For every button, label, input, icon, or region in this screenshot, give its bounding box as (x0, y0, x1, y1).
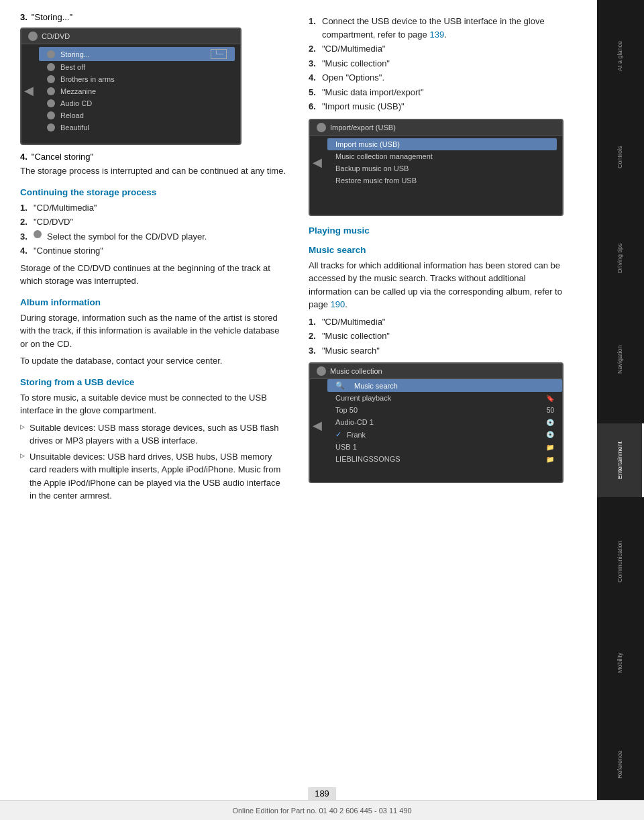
menu-item-beautiful: Beautiful (39, 121, 235, 134)
music-collection-header-text: Music collection (330, 367, 382, 375)
mc-item-lieblings-value: 📁 (546, 456, 554, 463)
storing-usb-heading: Storing from a USB device (20, 377, 288, 387)
music-collection-icon (317, 366, 326, 376)
connect-step-4: 4. Open "Options". (309, 71, 564, 85)
music-search-step-1: 1. "CD/Multimedia" (309, 315, 564, 329)
mc-item-frank: ✓ Frank 💿 (327, 428, 562, 441)
usb-header-text: Import/export (USB) (330, 123, 396, 132)
mc-item-audiocd-value: 💿 (546, 419, 554, 426)
continuing-description: Storage of the CD/DVD continues at the b… (20, 262, 288, 288)
page-number: 189 (308, 787, 336, 800)
step-3-number: 3. (20, 12, 28, 22)
connect-step-5: 5. "Music data import/export" (309, 86, 564, 99)
mc-item-current: Current playback 🔖 (327, 392, 562, 404)
main-content: 3. "Storing..." CD/DVD ◀ Storing... (0, 0, 597, 820)
usb-screen-body: ◀ Import music (USB) Music collection ma… (310, 136, 562, 189)
sidebar-tabs: At a glance Controls Driving tips Naviga… (597, 5, 644, 815)
sidebar-tab-controls[interactable]: Controls (597, 120, 644, 194)
menu-item-icon-6 (47, 111, 55, 119)
continuing-step-2: 2. "CD/DVD" (20, 215, 288, 229)
right-column: 1. Connect the USB device to the USB int… (302, 12, 564, 793)
sidebar-tab-entertainment[interactable]: Entertainment (597, 423, 644, 497)
sidebar-tab-label-mobility: Mobility (616, 653, 623, 674)
step-4-container: 4. "Cancel storing" (20, 152, 288, 162)
menu-item-audiocd: Audio CD (39, 97, 235, 109)
menu-item-icon-2 (47, 63, 55, 71)
menu-item-icon-5 (47, 99, 55, 107)
continuing-steps-list: 1. "CD/Multimedia" 2. "CD/DVD" 3. Select… (20, 201, 288, 258)
menu-item-bestoff: Best off (39, 61, 235, 73)
usb-screenshot: Import/export (USB) ◀ Import music (USB)… (309, 119, 564, 216)
continuing-step-4: 4. "Continue storing" (20, 244, 288, 258)
suitable-devices: Suitable devices: USB mass storage devic… (20, 421, 288, 448)
page-container: 3. "Storing..." CD/DVD ◀ Storing... (0, 0, 644, 820)
symbol-icon (34, 230, 42, 238)
sidebar-tab-communication[interactable]: Communication (597, 525, 644, 599)
connect-steps-list: 1. Connect the USB device to the USB int… (309, 15, 564, 113)
usb-menu-item-import: Import music (USB) (327, 138, 557, 150)
page-139-link[interactable]: 139 (429, 30, 444, 40)
devices-list: Suitable devices: USB mass storage devic… (20, 421, 288, 503)
mc-item-top50: Top 50 50 (327, 404, 562, 416)
sidebar-tab-label-reference: Reference (616, 750, 623, 778)
sidebar-tab-label-driving-tips: Driving tips (616, 244, 623, 274)
menu-item-mezzanine: Mezzanine (39, 85, 235, 97)
page-190-link[interactable]: 190 (331, 299, 345, 309)
album-update: To update the database, contact your ser… (20, 354, 288, 368)
usb-left-arrow-icon: ◀ (313, 155, 322, 170)
mc-item-lieblings: LIEBLINGSSONGS 📁 (327, 453, 562, 465)
step-3-container: 3. "Storing..." (20, 12, 288, 22)
music-collection-menu: 🔍 Music search Current playback 🔖 Top 50… (325, 379, 562, 465)
continuing-heading: Continuing the storage process (20, 187, 288, 197)
usb-menu-item-management: Music collection management (327, 150, 557, 162)
music-collection-body: ◀ 🔍 Music search Current playback 🔖 Top … (310, 379, 562, 465)
usb-screen-menu: Import music (USB) Music collection mana… (325, 136, 562, 189)
usb-menu-item-restore: Restore music from USB (327, 174, 557, 187)
menu-item-icon-3 (47, 75, 55, 83)
music-search-step-3: 3. "Music search" (309, 344, 564, 358)
sidebar-tab-label-communication: Communication (616, 541, 623, 583)
menu-item-reload: Reload (39, 109, 235, 121)
usb-menu-item-backup: Backup music on USB (327, 162, 557, 174)
continuing-step-1: 1. "CD/Multimedia" (20, 201, 288, 215)
storing-usb-description: To store music, a suitable device must b… (20, 391, 288, 417)
music-collection-left-arrow: ◀ (313, 418, 322, 433)
music-search-steps-list: 1. "CD/Multimedia" 2. "Music collection"… (309, 315, 564, 358)
music-search-step-2: 2. "Music collection" (309, 329, 564, 343)
cancel-description: The storage process is interrupted and c… (20, 164, 288, 178)
cd-dvd-header-text: CD/DVD (42, 32, 70, 40)
page-number-area: 189 (308, 788, 336, 799)
sidebar-tab-mobility[interactable]: Mobility (597, 626, 644, 700)
sidebar-tab-label-entertainment: Entertainment (616, 442, 623, 479)
footer-bar: Online Edition for Part no. 01 40 2 606 … (0, 800, 644, 820)
mc-item-audiocd: Audio-CD 1 💿 (327, 416, 562, 428)
sidebar-tab-driving-tips[interactable]: Driving tips (597, 221, 644, 295)
playing-music-heading: Playing music (309, 225, 564, 236)
screen-header: CD/DVD (21, 29, 240, 44)
sidebar-tab-label-navigation: Navigation (616, 345, 623, 374)
continuing-step-3: 3. Select the symbol for the CD/DVD play… (20, 230, 288, 244)
step-3-text: "Storing..." (32, 12, 72, 22)
sidebar-tab-at-a-glance[interactable]: At a glance (597, 19, 644, 93)
cd-dvd-screenshot: CD/DVD ◀ Storing... └─ (20, 28, 241, 145)
connect-step-6: 6. "Import music (USB)" (309, 100, 564, 113)
mc-item-top50-value: 50 (547, 407, 554, 414)
music-collection-arrows: ◀ (313, 386, 322, 465)
usb-screen-header: Import/export (USB) (310, 120, 562, 136)
sidebar-tab-reference[interactable]: Reference (597, 727, 644, 801)
sidebar-tab-navigation[interactable]: Navigation (597, 323, 644, 397)
sidebar-tab-label-at-a-glance: At a glance (616, 41, 623, 71)
connect-step-1: 1. Connect the USB device to the USB int… (309, 15, 564, 41)
mc-item-music-search: 🔍 Music search (327, 379, 562, 392)
sidebar-tab-label-controls: Controls (616, 146, 623, 168)
screen-menu: Storing... └─ Best off Brothers in arms (36, 44, 240, 136)
connect-step-2: 2. "CD/Multimedia" (309, 42, 564, 56)
music-search-heading: Music search (309, 245, 564, 255)
step-4-text: "Cancel storing" (32, 152, 93, 162)
mc-item-usb1: USB 1 📁 (327, 441, 562, 453)
music-collection-screenshot: Music collection ◀ 🔍 Music search Curren… (309, 362, 564, 483)
checkmark-icon: ✓ (335, 430, 341, 439)
left-arrow-icon: ◀ (24, 83, 34, 98)
usb-disc-icon (317, 123, 326, 132)
connect-step-3: 3. "Music collection" (309, 57, 564, 70)
